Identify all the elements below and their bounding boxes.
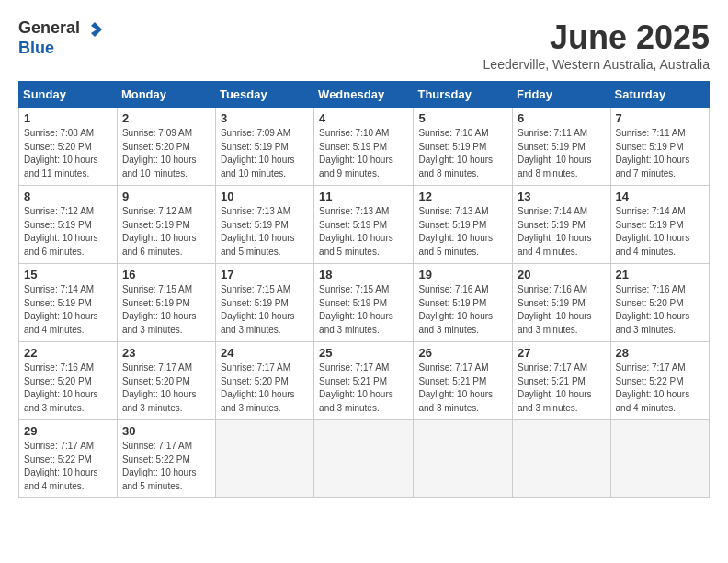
col-tuesday: Tuesday	[215, 82, 313, 108]
day-number: 2	[122, 111, 210, 125]
day-number: 21	[616, 268, 704, 282]
calendar-cell: 30 Sunrise: 7:17 AMSunset: 5:22 PMDaylig…	[117, 420, 215, 498]
calendar-cell: 4 Sunrise: 7:10 AMSunset: 5:19 PMDayligh…	[314, 108, 414, 186]
day-number: 27	[518, 346, 606, 360]
calendar-cell: 19 Sunrise: 7:16 AMSunset: 5:19 PMDaylig…	[414, 264, 513, 342]
calendar-cell: 13 Sunrise: 7:14 AMSunset: 5:19 PMDaylig…	[513, 186, 611, 264]
calendar-cell: 27 Sunrise: 7:17 AMSunset: 5:21 PMDaylig…	[513, 342, 611, 420]
day-number: 12	[418, 190, 507, 203]
day-info: Sunrise: 7:17 AMSunset: 5:20 PMDaylight:…	[221, 362, 295, 413]
col-sunday: Sunday	[19, 82, 118, 108]
day-number: 18	[319, 268, 408, 282]
day-number: 7	[616, 111, 704, 125]
day-info: Sunrise: 7:17 AMSunset: 5:20 PMDaylight:…	[122, 362, 197, 413]
day-info: Sunrise: 7:16 AMSunset: 5:20 PMDaylight:…	[616, 284, 690, 335]
logo-blue: Blue	[18, 39, 54, 57]
day-info: Sunrise: 7:17 AMSunset: 5:22 PMDaylight:…	[24, 441, 98, 491]
calendar-cell: 18 Sunrise: 7:15 AMSunset: 5:19 PMDaylig…	[314, 264, 414, 342]
day-info: Sunrise: 7:13 AMSunset: 5:19 PMDaylight:…	[221, 206, 295, 257]
day-number: 9	[122, 190, 210, 203]
calendar-cell	[610, 420, 709, 498]
day-info: Sunrise: 7:15 AMSunset: 5:19 PMDaylight:…	[319, 284, 393, 335]
calendar-header-row: Sunday Monday Tuesday Wednesday Thursday…	[19, 82, 710, 108]
col-wednesday: Wednesday	[314, 82, 414, 108]
calendar-cell: 12 Sunrise: 7:13 AMSunset: 5:19 PMDaylig…	[414, 186, 513, 264]
day-info: Sunrise: 7:14 AMSunset: 5:19 PMDaylight:…	[616, 206, 690, 257]
col-monday: Monday	[117, 82, 215, 108]
day-number: 17	[221, 268, 309, 282]
title-area: June 2025 Leederville, Western Australia…	[483, 18, 710, 72]
day-info: Sunrise: 7:09 AMSunset: 5:19 PMDaylight:…	[221, 128, 295, 178]
calendar-cell: 26 Sunrise: 7:17 AMSunset: 5:21 PMDaylig…	[414, 342, 513, 420]
calendar-cell: 17 Sunrise: 7:15 AMSunset: 5:19 PMDaylig…	[215, 264, 313, 342]
calendar-cell: 28 Sunrise: 7:17 AMSunset: 5:22 PMDaylig…	[610, 342, 709, 420]
day-number: 29	[24, 424, 112, 438]
day-info: Sunrise: 7:08 AMSunset: 5:20 PMDaylight:…	[24, 128, 98, 178]
calendar-cell: 29 Sunrise: 7:17 AMSunset: 5:22 PMDaylig…	[19, 420, 118, 498]
calendar-week-row: 8 Sunrise: 7:12 AMSunset: 5:19 PMDayligh…	[19, 186, 710, 264]
day-info: Sunrise: 7:17 AMSunset: 5:21 PMDaylight:…	[418, 362, 493, 413]
calendar-cell: 16 Sunrise: 7:15 AMSunset: 5:19 PMDaylig…	[117, 264, 215, 342]
day-info: Sunrise: 7:11 AMSunset: 5:19 PMDaylight:…	[518, 128, 592, 178]
day-info: Sunrise: 7:10 AMSunset: 5:19 PMDaylight:…	[418, 128, 493, 178]
day-number: 14	[616, 190, 704, 203]
day-number: 6	[518, 111, 606, 125]
day-number: 5	[418, 111, 507, 125]
day-info: Sunrise: 7:17 AMSunset: 5:21 PMDaylight:…	[518, 362, 592, 413]
day-info: Sunrise: 7:16 AMSunset: 5:20 PMDaylight:…	[24, 362, 98, 413]
month-title: June 2025	[483, 18, 710, 57]
day-number: 1	[24, 111, 112, 125]
calendar-week-row: 15 Sunrise: 7:14 AMSunset: 5:19 PMDaylig…	[19, 264, 710, 342]
day-number: 28	[616, 346, 704, 360]
calendar-cell: 7 Sunrise: 7:11 AMSunset: 5:19 PMDayligh…	[610, 108, 709, 186]
calendar-cell: 6 Sunrise: 7:11 AMSunset: 5:19 PMDayligh…	[513, 108, 611, 186]
calendar-cell: 14 Sunrise: 7:14 AMSunset: 5:19 PMDaylig…	[610, 186, 709, 264]
day-number: 11	[319, 190, 408, 203]
location-subtitle: Leederville, Western Australia, Australi…	[483, 57, 710, 72]
calendar-cell: 22 Sunrise: 7:16 AMSunset: 5:20 PMDaylig…	[19, 342, 118, 420]
day-number: 13	[518, 190, 606, 203]
day-info: Sunrise: 7:12 AMSunset: 5:19 PMDaylight:…	[122, 206, 197, 257]
day-number: 16	[122, 268, 210, 282]
calendar-cell	[314, 420, 414, 498]
col-friday: Friday	[513, 82, 611, 108]
day-info: Sunrise: 7:17 AMSunset: 5:21 PMDaylight:…	[319, 362, 393, 413]
calendar-cell: 21 Sunrise: 7:16 AMSunset: 5:20 PMDaylig…	[610, 264, 709, 342]
calendar-cell: 23 Sunrise: 7:17 AMSunset: 5:20 PMDaylig…	[117, 342, 215, 420]
calendar-cell: 2 Sunrise: 7:09 AMSunset: 5:20 PMDayligh…	[117, 108, 215, 186]
calendar-week-row: 1 Sunrise: 7:08 AMSunset: 5:20 PMDayligh…	[19, 108, 710, 186]
day-info: Sunrise: 7:11 AMSunset: 5:19 PMDaylight:…	[616, 128, 690, 178]
day-info: Sunrise: 7:16 AMSunset: 5:19 PMDaylight:…	[518, 284, 592, 335]
day-number: 25	[319, 346, 408, 360]
svg-marker-0	[91, 22, 102, 37]
day-number: 10	[221, 190, 309, 203]
logo-icon	[85, 20, 104, 39]
calendar-week-row: 29 Sunrise: 7:17 AMSunset: 5:22 PMDaylig…	[19, 420, 710, 498]
col-thursday: Thursday	[414, 82, 513, 108]
day-info: Sunrise: 7:09 AMSunset: 5:20 PMDaylight:…	[122, 128, 197, 178]
day-info: Sunrise: 7:14 AMSunset: 5:19 PMDaylight:…	[518, 206, 592, 257]
calendar-cell	[513, 420, 611, 498]
calendar-table: Sunday Monday Tuesday Wednesday Thursday…	[18, 81, 710, 498]
calendar-cell	[414, 420, 513, 498]
day-number: 23	[122, 346, 210, 360]
day-info: Sunrise: 7:12 AMSunset: 5:19 PMDaylight:…	[24, 206, 98, 257]
day-info: Sunrise: 7:10 AMSunset: 5:19 PMDaylight:…	[319, 128, 393, 178]
day-number: 15	[24, 268, 112, 282]
logo-general: General	[18, 18, 80, 37]
calendar-cell: 24 Sunrise: 7:17 AMSunset: 5:20 PMDaylig…	[215, 342, 313, 420]
calendar-cell: 20 Sunrise: 7:16 AMSunset: 5:19 PMDaylig…	[513, 264, 611, 342]
day-number: 8	[24, 190, 112, 203]
day-number: 30	[122, 424, 210, 438]
day-info: Sunrise: 7:13 AMSunset: 5:19 PMDaylight:…	[319, 206, 393, 257]
logo-text: General Blue	[18, 18, 105, 58]
calendar-week-row: 22 Sunrise: 7:16 AMSunset: 5:20 PMDaylig…	[19, 342, 710, 420]
calendar-cell: 3 Sunrise: 7:09 AMSunset: 5:19 PMDayligh…	[215, 108, 313, 186]
day-number: 26	[418, 346, 507, 360]
day-number: 22	[24, 346, 112, 360]
calendar-cell	[215, 420, 313, 498]
day-number: 3	[221, 111, 309, 125]
calendar-cell: 10 Sunrise: 7:13 AMSunset: 5:19 PMDaylig…	[215, 186, 313, 264]
calendar-cell: 1 Sunrise: 7:08 AMSunset: 5:20 PMDayligh…	[19, 108, 118, 186]
day-info: Sunrise: 7:16 AMSunset: 5:19 PMDaylight:…	[418, 284, 493, 335]
